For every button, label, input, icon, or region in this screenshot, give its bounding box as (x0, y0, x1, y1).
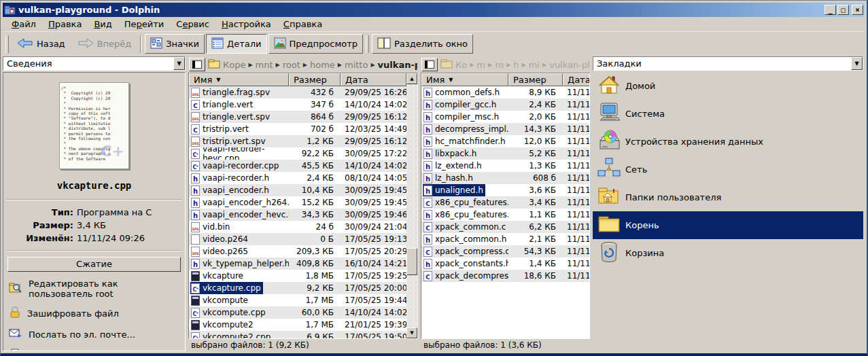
chevron-down-icon[interactable]: ▼ (173, 57, 185, 70)
scroll-up-button[interactable]: ▲ (406, 73, 417, 84)
file-row[interactable]: xpack_constants.h1,4 КБ11/11/ (421, 257, 589, 270)
file-name-cell: vkcompute2 (189, 319, 289, 331)
file-row[interactable]: lz_extend.h1,3 КБ11/11/ (421, 160, 589, 172)
menu-item-сервис[interactable]: Сервис (170, 18, 215, 31)
file-row[interactable]: x86_cpu_features.c3,4 КБ11/11/ (421, 196, 589, 209)
file-row[interactable]: xpack_common.c6,2 КБ11/11/ (421, 221, 589, 233)
file-row[interactable]: hc_matchfinder.h12,0 КБ11/11/ (421, 135, 589, 147)
file-row[interactable]: video.p265209,3 КБ17/05/25 20:29 (189, 245, 406, 257)
column-header-size[interactable]: Размер (508, 73, 563, 86)
file-row[interactable]: unaligned.h3,6 КБ11/11/ (421, 184, 589, 196)
file-row[interactable]: compiler_gcc.h2,4 КБ11/11/ (421, 99, 589, 111)
file-row[interactable]: x86_cpu_features.h1,1 КБ11/11/ (421, 209, 589, 221)
back-button[interactable]: Назад (12, 34, 71, 54)
file-action-item[interactable]: Печать... (6, 344, 182, 351)
file-row[interactable]: vkcompute21,7 МБ21/01/25 19:39 (189, 319, 406, 331)
file-date-cell: 17/05/25 20:29 (341, 247, 406, 256)
file-row[interactable]: vkcapture1,8 МБ17/05/25 19:25 (189, 270, 406, 282)
compression-section-button[interactable]: Сжатие (7, 257, 181, 272)
file-row[interactable]: vaapi_encoder.h10,4 КБ30/09/25 19:45 (189, 184, 406, 196)
bookmark-item[interactable]: Корень (593, 211, 863, 239)
editable-location-toggle[interactable] (421, 58, 438, 71)
breadcrumb-segment[interactable]: h (513, 60, 519, 70)
file-row[interactable]: vid.bin24 б30/09/24 21:04 (189, 221, 406, 233)
bookmark-item[interactable]: Устройства хранения данных (593, 128, 863, 156)
scroll-down-button[interactable]: ▼ (406, 327, 417, 338)
sidebar-selector[interactable]: Сведения ▼ (3, 56, 186, 71)
bookmark-item[interactable]: Корзина (593, 239, 863, 267)
breadcrumb-segment[interactable]: vulkan-pl (549, 60, 589, 70)
file-action-item[interactable]: Послать по эл. почте... (6, 323, 182, 344)
column-header-name[interactable]: Имя▼ (189, 73, 289, 86)
column-header-date[interactable]: Дата (563, 73, 590, 86)
menu-item-перейти[interactable]: Перейти (118, 18, 171, 31)
breadcrumb[interactable]: Ко▶m▶ro▶h▶mi▶vulkan-pl▶xpa (440, 58, 589, 71)
menu-item-правка[interactable]: Правка (42, 18, 88, 31)
vertical-scrollbar[interactable]: ▲▼ (406, 73, 417, 338)
file-row[interactable]: xpack_compress.c54,3 КБ11/11/ (421, 245, 589, 257)
breadcrumb-segment[interactable]: Ко (455, 60, 467, 70)
toolbar-handle[interactable] (5, 35, 9, 53)
column-header-size[interactable]: Размер (289, 73, 341, 86)
file-row[interactable]: libxpack.h5,2 КБ11/11/ (421, 147, 589, 160)
file-row[interactable]: lz_hash.h608 б11/11/ (421, 172, 589, 184)
menu-item-справка[interactable]: Справка (277, 18, 328, 31)
forward-button[interactable]: Вперёд (72, 34, 137, 54)
file-row[interactable]: vaapi_encoder_hevc.h34,3 КБ30/09/25 19:4… (189, 209, 406, 221)
chevron-down-icon[interactable]: ▼ (851, 57, 863, 70)
editable-location-toggle[interactable] (189, 58, 205, 71)
file-row[interactable]: xpack_common.h2,1 КБ11/11/ (421, 233, 589, 245)
breadcrumb-segment[interactable]: root (283, 60, 300, 70)
breadcrumb[interactable]: Коре▶mnt▶root▶home▶mitto▶vulkan-playgro (208, 58, 417, 71)
file-row[interactable]: triangle.vert347 б14/10/24 14:02 (189, 99, 406, 111)
close-button[interactable]: × (852, 5, 863, 15)
minimize-button[interactable]: _ (824, 5, 836, 15)
column-header-name[interactable]: Имя▼ (421, 73, 508, 86)
file-row[interactable]: triangle.vert.spv864 б29/09/25 16:12 (189, 111, 406, 123)
bookmark-item[interactable]: Домой (593, 72, 863, 100)
breadcrumb-segment[interactable]: mi (529, 60, 540, 70)
maximize-button[interactable]: □ (837, 5, 849, 15)
file-row[interactable]: vaapi-recorder.cpp45,5 КБ14/10/24 14:02 (189, 160, 406, 172)
breadcrumb-segment[interactable]: mitto (345, 60, 368, 70)
breadcrumb-segment[interactable]: home (310, 60, 335, 70)
file-row[interactable]: compiler_msc.h2,0 КБ11/11/ (421, 111, 589, 123)
bookmark-item[interactable]: Сеть (593, 156, 863, 183)
breadcrumb-segment[interactable]: ro (495, 60, 504, 70)
bookmark-item[interactable]: Система (593, 100, 863, 128)
file-row[interactable]: tristrip.vert.spv1,2 КБ29/09/25 16:12 (189, 135, 406, 147)
menu-item-настройка[interactable]: Настройка (215, 18, 277, 31)
breadcrumb-segment[interactable]: Коре (223, 60, 245, 70)
bookmarks-selector[interactable]: Закладки ▼ (593, 56, 863, 71)
breadcrumb-segment[interactable]: m (476, 60, 485, 70)
details-view-button[interactable]: Детали (206, 34, 266, 54)
column-header-date[interactable]: Дата (341, 73, 406, 86)
file-action-item[interactable]: Зашифровать файл (6, 302, 182, 323)
file-date-cell: 16/10/24 14:21 (341, 259, 406, 268)
file-row[interactable]: vkcapture.cpp9,2 КБ17/05/25 20:00 (189, 282, 406, 294)
file-row[interactable]: xpack_decompress.c18,6 КБ11/11/ (421, 270, 589, 282)
split-view-button[interactable]: Разделить окно (372, 34, 473, 54)
titlebar[interactable]: vulkan-playground - Dolphin _ □ × (3, 3, 865, 17)
file-row[interactable]: vkcompute1,7 МБ17/05/25 19:44 (189, 294, 406, 306)
file-row[interactable]: decompress_impl.h14,3 КБ11/11/ (421, 123, 589, 135)
bookmark-item[interactable]: Папки пользователя (593, 183, 863, 211)
menu-item-вид[interactable]: Вид (88, 18, 118, 31)
file-action-item[interactable]: Редактировать как пользователь root (6, 274, 182, 302)
file-row[interactable]: tristrip.vert702 б12/03/25 14:49 (189, 123, 406, 135)
scrollbar-thumb[interactable] (406, 248, 417, 275)
file-row[interactable]: vaapi-recorder-hevc.cpp92,2 КБ30/09/25 1… (189, 147, 406, 160)
file-row[interactable]: vaapi-recorder.h2,4 КБ08/10/24 14:05 (189, 172, 406, 184)
menu-item-файл[interactable]: Файл (5, 18, 42, 31)
toolbar-handle[interactable] (366, 35, 369, 53)
file-row[interactable]: video.p2640 Б17/05/25 19:13 (189, 233, 406, 245)
file-row[interactable]: vk_typemap_helper.h409,8 КБ16/10/24 14:2… (189, 257, 406, 270)
file-row[interactable]: triangle.frag.spv432 б29/09/25 16:26 (189, 86, 406, 99)
file-row[interactable]: vaapi_encoder_h264.h15,2 КБ30/09/25 19:4… (189, 196, 406, 209)
file-row[interactable]: common_defs.h8,9 КБ11/11/ (421, 86, 589, 99)
preview-button[interactable]: Предпросмотр (268, 34, 363, 54)
breadcrumb-segment[interactable]: mnt (256, 60, 273, 70)
icons-view-button[interactable]: Значки (145, 34, 205, 54)
file-row[interactable]: vkcompute2.cpp6,9 КБ17/05/25 19:50 (189, 331, 406, 338)
file-row[interactable]: vkcompute.cpp60,0 КБ14/10/24 14:02 (189, 306, 406, 319)
